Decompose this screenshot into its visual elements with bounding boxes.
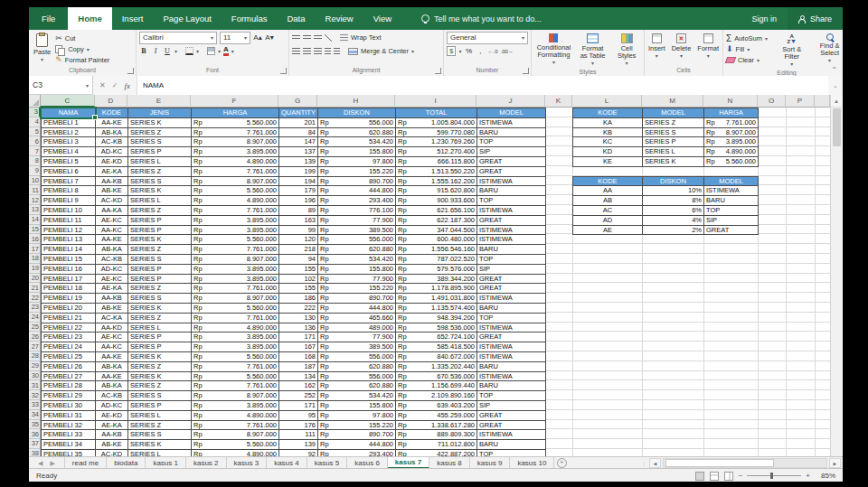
cell[interactable]: Rp5.560.000: [192, 118, 279, 128]
row-header-6[interactable]: 6: [29, 136, 41, 146]
cell[interactable]: PEMBELI 21: [42, 314, 96, 323]
cell[interactable]: Rp7.761.000: [704, 118, 759, 128]
cell[interactable]: AB-KA: [96, 381, 128, 391]
cell[interactable]: SERIES P: [128, 226, 192, 236]
cell[interactable]: SIP: [477, 265, 546, 275]
cell[interactable]: 10%: [643, 186, 704, 196]
column-header-cell[interactable]: DISKON: [318, 108, 396, 118]
sign-in-link[interactable]: Sign in: [741, 14, 788, 23]
cell[interactable]: SERIES P: [128, 147, 192, 157]
page-layout-view-button[interactable]: [710, 472, 719, 481]
cell[interactable]: Rp512.270.400: [396, 147, 477, 157]
cell[interactable]: AD-KC: [96, 265, 128, 275]
cell[interactable]: SERIES K: [128, 372, 192, 382]
cell[interactable]: 162: [279, 381, 318, 391]
cell[interactable]: Rp347.044.500: [396, 226, 477, 236]
italic-button[interactable]: I: [151, 46, 160, 56]
cell[interactable]: 6%: [643, 206, 704, 216]
cell[interactable]: Rp1.335.202.440: [396, 362, 477, 372]
cell[interactable]: 155: [279, 284, 318, 294]
cell[interactable]: 171: [279, 332, 318, 342]
cell[interactable]: TOP: [477, 196, 546, 206]
cell[interactable]: Rp534.420: [318, 391, 396, 401]
ribbon-tab-view[interactable]: View: [363, 7, 401, 30]
cell[interactable]: BARU: [477, 381, 546, 391]
cell[interactable]: Rp7.761.000: [192, 284, 279, 294]
cell[interactable]: Rp585.418.500: [396, 342, 477, 352]
cell[interactable]: Rp666.115.800: [396, 157, 477, 167]
cell[interactable]: Rp422.887.200: [396, 450, 477, 456]
row-header-29[interactable]: 29: [29, 361, 41, 371]
fill-button[interactable]: ⬇Fill▾: [726, 44, 771, 54]
vertical-scroll-thumb[interactable]: [833, 108, 841, 146]
collapse-ribbon-button[interactable]: ⌃: [831, 66, 837, 74]
percent-style-button[interactable]: %: [464, 46, 473, 56]
decrease-font-button[interactable]: A▾: [265, 33, 274, 42]
cell[interactable]: SERIES L: [128, 411, 192, 421]
cell[interactable]: 147: [279, 137, 318, 147]
cell[interactable]: 84: [279, 128, 318, 138]
row-header-33[interactable]: 33: [29, 400, 41, 410]
cell[interactable]: Rp787.022.520: [396, 255, 477, 265]
cell[interactable]: SERIES K: [128, 440, 192, 450]
cell[interactable]: Rp8.907.000: [192, 294, 279, 304]
cell[interactable]: BARU: [704, 196, 759, 206]
cell[interactable]: 186: [279, 294, 318, 304]
cell[interactable]: PEMBELI 28: [42, 381, 96, 391]
cell[interactable]: Rp444.800: [318, 440, 396, 450]
cell[interactable]: Rp534.420: [318, 255, 396, 265]
cell[interactable]: PEMBELI 3: [42, 137, 96, 147]
cell[interactable]: 120: [279, 235, 318, 245]
align-right-button[interactable]: [314, 48, 322, 54]
row-header-4[interactable]: 4: [29, 117, 41, 127]
cell[interactable]: SERIES L: [128, 323, 192, 333]
row-header-7[interactable]: 7: [29, 146, 41, 156]
cell[interactable]: GREAT: [704, 226, 759, 236]
cell[interactable]: Rp1.005.804.000: [396, 118, 477, 128]
cell[interactable]: Rp622.187.300: [396, 216, 477, 226]
cell[interactable]: Rp1.156.699.440: [396, 381, 477, 391]
cell[interactable]: Rp8.907.000: [704, 128, 759, 138]
cell[interactable]: SERIES S: [128, 177, 192, 187]
cell[interactable]: SERIES P: [128, 342, 192, 352]
cell[interactable]: Rp556.000: [318, 118, 396, 128]
zoom-slider-thumb[interactable]: [770, 473, 773, 479]
cell[interactable]: Rp389.500: [318, 226, 396, 236]
cell[interactable]: Rp579.576.000: [396, 265, 477, 275]
zoom-in-button[interactable]: +: [806, 472, 810, 480]
cell[interactable]: AE-KD: [96, 411, 128, 421]
cell[interactable]: SERIES L: [128, 196, 192, 206]
row-header-15[interactable]: 15: [29, 225, 41, 235]
cell[interactable]: Rp7.761.000: [192, 421, 279, 431]
cell[interactable]: 102: [279, 275, 318, 285]
cell[interactable]: SERIES L: [643, 147, 704, 157]
ribbon-tab-home[interactable]: Home: [68, 7, 111, 30]
cell[interactable]: SERIES Z: [128, 206, 192, 216]
cell[interactable]: Rp8.907.000: [192, 177, 279, 187]
cell[interactable]: AB-KE: [96, 304, 128, 314]
column-header-K[interactable]: K: [545, 95, 572, 108]
cell[interactable]: 89: [279, 206, 318, 216]
cell[interactable]: SERIES S: [128, 137, 192, 147]
column-header-cell[interactable]: MODEL: [704, 177, 759, 187]
cell[interactable]: AB-KA: [96, 128, 128, 138]
column-header-cell[interactable]: QUANTITY: [279, 108, 318, 118]
cell[interactable]: SIP: [477, 147, 546, 157]
expand-formula-bar-icon[interactable]: ⌄: [828, 76, 843, 95]
cell[interactable]: PEMBELI 25: [42, 352, 96, 362]
cell[interactable]: AE-KA: [96, 167, 128, 177]
cell[interactable]: Rp600.480.000: [396, 235, 477, 245]
column-header-cell[interactable]: HARGA: [704, 108, 759, 118]
cell[interactable]: PEMBELI 10: [42, 206, 96, 216]
cell[interactable]: Rp599.770.080: [396, 128, 477, 138]
cell[interactable]: 194: [279, 177, 318, 187]
cell[interactable]: Rp155.800: [318, 265, 396, 275]
decrease-indent-button[interactable]: [325, 48, 331, 54]
cell[interactable]: 199: [279, 167, 318, 177]
column-header-cell[interactable]: HARGA: [192, 108, 279, 118]
dialog-launcher-icon[interactable]: [280, 68, 287, 74]
cell[interactable]: KA: [573, 118, 643, 128]
cell[interactable]: PEMBELI 35: [42, 450, 96, 456]
insert-cells-button[interactable]: Insert▾: [646, 32, 667, 66]
cell[interactable]: 137: [279, 147, 318, 157]
